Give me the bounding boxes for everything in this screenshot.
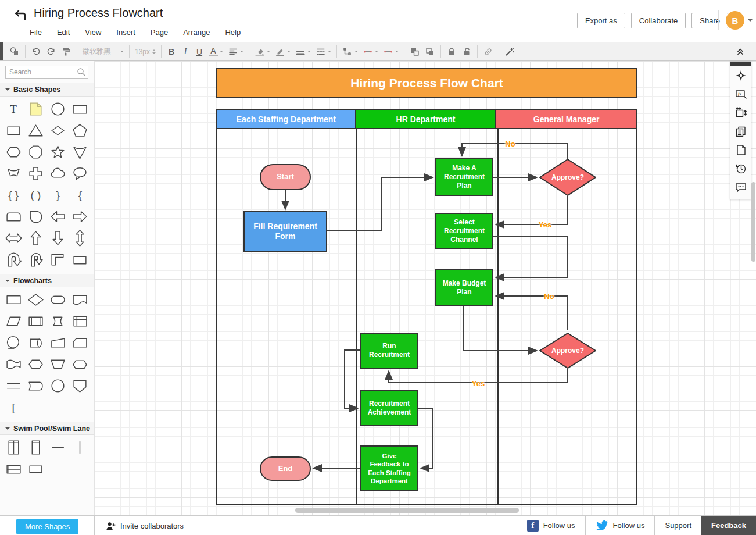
shape-teardrop[interactable] [24, 206, 46, 227]
shape-diamond[interactable] [47, 120, 69, 141]
shape-hexagon[interactable] [2, 141, 24, 163]
shape-corner[interactable] [47, 249, 69, 270]
node-approve-2[interactable]: Approve? [539, 333, 596, 369]
shape-rectangle[interactable] [69, 98, 91, 120]
account-menu[interactable]: B [718, 10, 753, 30]
document-title[interactable]: Hiring Process Flowchart [34, 6, 163, 20]
node-make-a-recruitment-plan[interactable]: Make A Recruitment Plan [435, 158, 493, 196]
shape-circle[interactable] [47, 98, 69, 120]
shape-brace-right[interactable]: } [47, 184, 69, 206]
shape-preparation[interactable] [24, 354, 46, 375]
shape-triangle[interactable] [24, 120, 46, 141]
underline[interactable]: U [192, 44, 206, 59]
shape-arrow-left[interactable] [47, 206, 69, 227]
shape-terminator[interactable] [47, 289, 69, 311]
avatar[interactable]: B [726, 11, 744, 30]
diagram-canvas[interactable]: Hiring Process Flow Chart Each Staffing … [94, 61, 756, 515]
shape-text[interactable]: T [2, 98, 24, 120]
chevron-down-icon[interactable] [748, 19, 753, 24]
shape-double-line[interactable] [2, 375, 24, 397]
node-fill-requirement-form[interactable]: Fill Requirement Form [243, 211, 327, 252]
shape-document[interactable] [69, 289, 91, 311]
node-end[interactable]: End [260, 456, 311, 481]
connector-style-icon[interactable] [340, 44, 360, 59]
invite-collaborators-button[interactable]: Invite collaborators [105, 516, 184, 535]
italic[interactable]: I [178, 44, 192, 59]
shape-pool-horizontal-2[interactable] [2, 458, 24, 480]
select-shapes-icon[interactable] [7, 44, 22, 59]
bring-forward-icon[interactable] [407, 44, 422, 59]
edge-label-no[interactable]: No [544, 292, 554, 301]
auto-beautify-icon[interactable] [502, 44, 517, 59]
node-start[interactable]: Start [260, 164, 311, 190]
comments-icon[interactable] [730, 178, 751, 197]
shape-display[interactable] [2, 332, 24, 354]
pan-navigator-icon[interactable] [730, 66, 751, 85]
panel-drag-handle[interactable] [730, 62, 751, 66]
menu-edit[interactable]: Edit [49, 26, 77, 39]
shape-direct-access-storage[interactable] [24, 332, 46, 354]
shape-arrow-double-horizontal[interactable] [2, 227, 24, 249]
shape-u-turn-arrow-2[interactable] [24, 249, 46, 270]
collaborate-button[interactable]: Collaborate [631, 13, 686, 28]
edge-label-no[interactable]: No [505, 140, 515, 148]
node-run-recruitment[interactable]: Run Recruitment [360, 333, 418, 369]
bold[interactable]: B [164, 44, 178, 59]
insert-link-icon[interactable] [481, 44, 496, 59]
shape-process[interactable] [2, 289, 24, 311]
shape-decision[interactable] [24, 289, 46, 311]
shape-pool-horizontal-1[interactable] [24, 458, 46, 480]
horizontal-scrollbar[interactable] [295, 508, 519, 513]
formula-icon[interactable]: fx [730, 85, 751, 104]
shape-off-page-connector[interactable] [69, 375, 91, 397]
align-icon[interactable] [225, 44, 246, 59]
lock-icon[interactable] [444, 44, 459, 59]
shape-predefined-process[interactable] [24, 311, 46, 332]
line-color-icon[interactable] [273, 44, 293, 59]
undo-icon[interactable] [28, 44, 44, 59]
lane-header-hr-department[interactable]: HR Department [356, 110, 497, 128]
shape-parentheses[interactable]: ( ) [24, 184, 46, 206]
shape-cone[interactable] [69, 141, 91, 163]
shape-manual-operation[interactable] [47, 354, 69, 375]
line-start-icon[interactable] [360, 44, 381, 59]
support-button[interactable]: Support [654, 516, 701, 535]
shape-arrow-down[interactable] [47, 227, 69, 249]
back-icon[interactable] [13, 9, 28, 23]
shape-data[interactable] [2, 311, 24, 332]
menu-help[interactable]: Help [217, 26, 248, 39]
shape-cloud[interactable] [47, 163, 69, 184]
shape-pool-vertical-1[interactable] [24, 437, 46, 458]
collapse-toolbar-icon[interactable] [735, 45, 746, 58]
resize-canvas-icon[interactable] [730, 104, 751, 122]
shape-half-rounded-rectangle[interactable] [2, 206, 24, 227]
line-style-icon[interactable] [313, 44, 334, 59]
flowchart-title-banner[interactable]: Hiring Process Flow Chart [216, 68, 637, 98]
shape-internal-storage[interactable] [69, 311, 91, 332]
shape-octagon[interactable] [24, 141, 46, 163]
shape-bracket[interactable]: [ [2, 397, 24, 418]
shape-rectangle-3[interactable] [69, 249, 91, 270]
section-header-swim-pool-swim-lane[interactable]: Swim Pool/Swim Lane [0, 422, 94, 435]
menu-insert[interactable]: Insert [109, 26, 143, 39]
follow-twitter-button[interactable]: Follow us [585, 516, 655, 535]
shape-star[interactable] [47, 141, 69, 163]
fill-color-icon[interactable] [252, 44, 273, 59]
shape-manual-input[interactable] [47, 332, 69, 354]
history-icon[interactable] [730, 159, 751, 178]
font-family[interactable]: 微软雅黑 [80, 44, 126, 59]
format-painter-icon[interactable] [59, 44, 74, 59]
section-header-basic-shapes[interactable]: Basic Shapes [0, 83, 94, 97]
lane-header-each-staffing-department[interactable]: Each Staffing Department [217, 110, 356, 128]
edge-label-yes[interactable]: Yes [472, 379, 485, 388]
shape-pentagon[interactable] [69, 120, 91, 141]
shape-u-turn-arrow[interactable] [2, 249, 24, 270]
shape-arrow-right[interactable] [69, 206, 91, 227]
shape-stored-data[interactable] [24, 375, 46, 397]
font-size[interactable]: 13px [132, 44, 158, 59]
shape-braces[interactable]: { } [2, 184, 24, 206]
shape-preparation-alt[interactable] [69, 354, 91, 375]
shape-arrow-double-vertical[interactable] [69, 227, 91, 249]
line-end-icon[interactable] [381, 44, 401, 59]
font-color[interactable]: A [206, 44, 225, 59]
